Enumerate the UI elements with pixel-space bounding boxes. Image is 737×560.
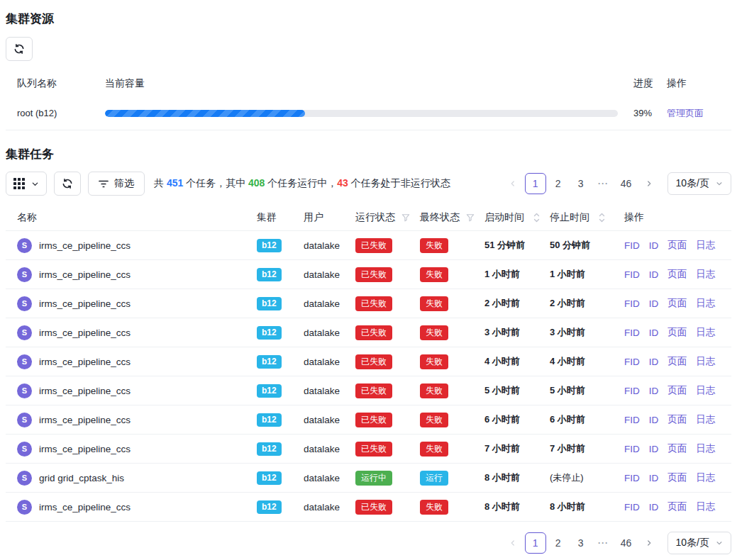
cluster-badge: b12	[257, 471, 282, 485]
task-action-link-页面[interactable]: 页面	[667, 384, 687, 397]
refresh-icon	[13, 43, 25, 55]
task-action-link-页面[interactable]: 页面	[667, 471, 687, 484]
progress-percent: 39%	[633, 108, 667, 118]
task-action-link-id[interactable]: ID	[649, 444, 659, 454]
final-status-badge: 失败	[420, 442, 448, 457]
task-avatar: S	[17, 413, 32, 427]
task-action-link-页面[interactable]: 页面	[667, 268, 687, 281]
task-user: datalake	[304, 357, 355, 367]
task-action-link-fid[interactable]: FID	[624, 415, 640, 425]
task-action-link-fid[interactable]: FID	[624, 386, 640, 396]
task-action-link-页面[interactable]: 页面	[667, 413, 687, 426]
task-action-link-页面[interactable]: 页面	[667, 355, 687, 368]
task-action-link-id[interactable]: ID	[649, 240, 659, 251]
task-action-link-页面[interactable]: 页面	[667, 239, 687, 252]
page-size-select[interactable]: 10条/页	[667, 172, 731, 195]
task-action-link-日志[interactable]: 日志	[696, 239, 715, 252]
pagination-page-2[interactable]: 2	[548, 173, 569, 194]
task-action-link-id[interactable]: ID	[649, 357, 659, 367]
final-status-header: 最终状态	[420, 211, 484, 224]
resources-table: 队列名称 当前容量 进度 操作 root (b12) 39% 管理页面	[6, 71, 731, 130]
pagination-page-2[interactable]: 2	[548, 532, 569, 554]
pagination-page-3[interactable]: 3	[570, 173, 592, 194]
task-action-link-日志[interactable]: 日志	[696, 500, 715, 513]
task-action-link-id[interactable]: ID	[649, 415, 659, 425]
task-action-link-id[interactable]: ID	[649, 298, 659, 309]
task-actions: FIDID页面日志	[624, 239, 731, 252]
filter-button[interactable]: 筛选	[88, 172, 145, 196]
run-status-badge: 已失败	[355, 296, 392, 311]
task-avatar: S	[17, 471, 32, 486]
pagination-page-1[interactable]: 1	[525, 173, 546, 194]
task-action-link-日志[interactable]: 日志	[696, 384, 715, 397]
task-name: grid grid_cptask_his	[39, 473, 124, 483]
task-row: S irms_ce_pipeline_ccs b12 datalake 已失败 …	[6, 289, 731, 318]
task-action-link-fid[interactable]: FID	[624, 240, 640, 251]
pagination-page-46[interactable]: 46	[616, 532, 637, 554]
task-action-link-id[interactable]: ID	[649, 473, 659, 483]
pagination-next-button[interactable]	[638, 532, 660, 554]
start-time-header: 启动时间	[484, 211, 550, 224]
task-action-link-日志[interactable]: 日志	[696, 268, 715, 281]
pagination-next-button[interactable]	[638, 173, 660, 194]
manage-page-link[interactable]: 管理页面	[667, 108, 704, 118]
task-name: irms_ce_pipeline_ccs	[39, 386, 131, 396]
task-action-link-日志[interactable]: 日志	[696, 471, 715, 484]
task-avatar: S	[17, 383, 32, 398]
start-time-sort-icon[interactable]	[533, 213, 540, 223]
stop-time-sort-icon[interactable]	[599, 213, 605, 223]
task-row: S irms_ce_pipeline_ccs b12 datalake 已失败 …	[6, 435, 731, 464]
tasks-refresh-button[interactable]	[54, 172, 81, 196]
task-action-link-页面[interactable]: 页面	[667, 326, 687, 339]
task-action-link-页面[interactable]: 页面	[667, 297, 687, 310]
summary-text: 共	[154, 177, 167, 189]
task-action-link-fid[interactable]: FID	[624, 444, 640, 454]
resources-refresh-button[interactable]	[6, 37, 33, 61]
task-action-link-页面[interactable]: 页面	[667, 442, 687, 455]
task-avatar: S	[17, 325, 32, 340]
task-action-link-fid[interactable]: FID	[624, 502, 640, 513]
task-action-link-fid[interactable]: FID	[624, 473, 640, 483]
final-status-badge: 失败	[420, 267, 448, 282]
pagination-ellipsis[interactable]: ···	[593, 173, 614, 194]
pagination-page-3[interactable]: 3	[570, 532, 592, 554]
task-action-link-id[interactable]: ID	[649, 269, 659, 280]
task-action-link-id[interactable]: ID	[649, 327, 659, 338]
final-status-filter-funnel-icon[interactable]	[466, 213, 475, 222]
task-action-link-fid[interactable]: FID	[624, 269, 640, 280]
task-actions: FIDID页面日志	[624, 413, 731, 426]
cluster-badge: b12	[257, 384, 282, 398]
task-action-link-日志[interactable]: 日志	[696, 355, 715, 368]
stop-time: 2 小时前	[550, 297, 624, 310]
task-action-link-id[interactable]: ID	[649, 386, 659, 396]
task-actions: FIDID页面日志	[624, 442, 731, 455]
page-size-select[interactable]: 10条/页	[667, 532, 731, 554]
layout-grid-button[interactable]	[6, 172, 47, 196]
pagination-page-46[interactable]: 46	[616, 173, 637, 194]
task-action-link-id[interactable]: ID	[649, 502, 659, 513]
task-user: datalake	[304, 386, 355, 396]
task-action-link-日志[interactable]: 日志	[696, 326, 715, 339]
task-action-link-日志[interactable]: 日志	[696, 413, 715, 426]
start-time: 8 小时前	[484, 500, 550, 513]
progress-header: 进度	[633, 77, 667, 90]
cluster-tasks-title: 集群任务	[6, 130, 731, 162]
pagination-prev-button[interactable]	[502, 532, 523, 554]
stop-time: (未停止)	[550, 471, 624, 484]
task-action-link-页面[interactable]: 页面	[667, 500, 687, 513]
tasks-action-header: 操作	[624, 211, 731, 224]
run-status-filter-funnel-icon[interactable]	[401, 213, 410, 222]
pagination-prev-button[interactable]	[502, 173, 523, 194]
pagination-page-1[interactable]: 1	[525, 532, 546, 554]
chevron-right-icon	[645, 179, 653, 188]
task-action-link-日志[interactable]: 日志	[696, 297, 715, 310]
task-action-link-fid[interactable]: FID	[624, 298, 640, 309]
start-time: 7 小时前	[484, 442, 550, 455]
task-action-link-fid[interactable]: FID	[624, 357, 640, 367]
task-avatar: S	[17, 500, 32, 515]
pagination-ellipsis[interactable]: ···	[593, 532, 614, 554]
task-user: datalake	[304, 502, 355, 513]
queue-name-header: 队列名称	[6, 77, 105, 90]
task-action-link-fid[interactable]: FID	[624, 327, 640, 338]
task-action-link-日志[interactable]: 日志	[696, 442, 715, 455]
